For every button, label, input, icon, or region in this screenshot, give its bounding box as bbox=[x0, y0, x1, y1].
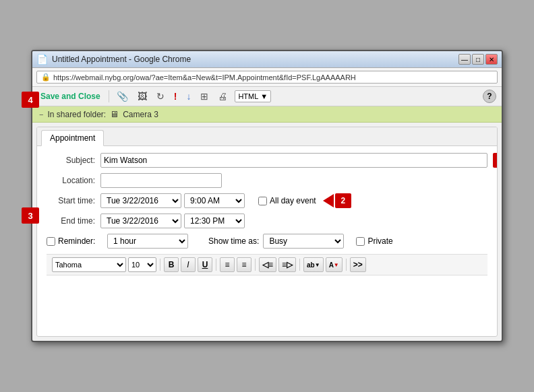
end-time-select[interactable]: 12:30 PM bbox=[184, 214, 245, 228]
subject-label: Subject: bbox=[47, 156, 100, 165]
fmt-sep-5 bbox=[346, 259, 347, 271]
chevron-down-icon: ▼ bbox=[260, 92, 268, 100]
chevron-down-icon: ▼ bbox=[315, 262, 320, 268]
end-date-select[interactable]: Tue 3/22/2016 bbox=[100, 214, 181, 228]
image-button[interactable]: 🖼 bbox=[136, 90, 149, 102]
location-label: Location: bbox=[47, 176, 100, 185]
reminder-checkbox[interactable] bbox=[47, 237, 55, 246]
print-button[interactable]: 🖨 bbox=[216, 90, 229, 102]
start-time-label: Start time: bbox=[47, 196, 100, 205]
reminder-select[interactable]: 1 hour bbox=[107, 234, 188, 249]
all-day-label[interactable]: All day event bbox=[258, 196, 316, 205]
importance-high-button[interactable]: ! bbox=[172, 90, 179, 102]
all-day-checkbox[interactable] bbox=[258, 197, 267, 205]
reminder-check-label[interactable]: Reminder: bbox=[47, 236, 107, 246]
url-text: https://webmail.nybg.org/owa/?ae=Item&a=… bbox=[53, 73, 356, 81]
start-time-row: Start time: Tue 3/22/2016 9:00 AM All da… bbox=[47, 193, 487, 208]
shared-folder-label: In shared folder: bbox=[47, 110, 106, 119]
attachment-button[interactable]: 📎 bbox=[115, 90, 130, 102]
subject-row: Subject: 1 bbox=[47, 153, 487, 168]
help-button[interactable]: ? bbox=[483, 90, 496, 103]
lock-icon: 🔒 bbox=[41, 73, 51, 81]
browser-window: 📄 Untitled Appointment - Google Chrome —… bbox=[31, 50, 503, 342]
show-time-label: Show time as: bbox=[208, 236, 259, 246]
refresh-button[interactable]: ↻ bbox=[154, 90, 167, 102]
annotation-4: 4 bbox=[22, 92, 39, 108]
toolbar-separator-1 bbox=[109, 90, 109, 102]
reminder-label: Reminder: bbox=[58, 236, 95, 246]
underline-button[interactable]: U bbox=[198, 257, 212, 272]
message-body[interactable] bbox=[47, 275, 487, 329]
importance-low-button[interactable]: ↓ bbox=[184, 90, 193, 102]
window-controls: — □ ✕ bbox=[458, 54, 498, 65]
window-icon: 📄 bbox=[36, 54, 48, 65]
folder-collapse-button[interactable]: − bbox=[39, 110, 43, 119]
content-area: Appointment Subject: 1 bbox=[36, 127, 498, 337]
chevron-down-icon: ▼ bbox=[334, 262, 339, 268]
start-date-select[interactable]: Tue 3/22/2016 bbox=[100, 193, 181, 208]
font-size-select[interactable]: 10 bbox=[128, 257, 156, 272]
save-close-button[interactable]: Save and Close bbox=[38, 90, 103, 102]
title-bar: 📄 Untitled Appointment - Google Chrome —… bbox=[32, 51, 502, 68]
annotation-1-badge: 1 bbox=[493, 153, 498, 168]
show-time-select[interactable]: Busy bbox=[263, 234, 344, 249]
format-toolbar: Tahoma 10 B I U ≡ bbox=[47, 254, 487, 275]
annotation-2-arrow bbox=[323, 194, 334, 207]
tab-bar: Appointment bbox=[37, 127, 497, 146]
annotation-3: 3 bbox=[22, 207, 39, 224]
more-options-button[interactable]: >> bbox=[350, 257, 366, 272]
address-bar: 🔒 https://webmail.nybg.org/owa/?ae=Item&… bbox=[32, 68, 502, 87]
fmt-sep-3 bbox=[255, 259, 256, 271]
annotation-2-badge: 2 bbox=[335, 193, 351, 208]
location-input[interactable] bbox=[100, 173, 222, 188]
indent-more-button[interactable]: ≡▷ bbox=[278, 257, 296, 272]
font-color-button[interactable]: A ▼ bbox=[326, 257, 343, 272]
bullets-button[interactable]: ≡ bbox=[220, 257, 235, 272]
bold-button[interactable]: B bbox=[164, 257, 179, 272]
private-check-label[interactable]: Private bbox=[356, 236, 392, 246]
maximize-button[interactable]: □ bbox=[472, 54, 484, 65]
app-toolbar: Save and Close 📎 🖼 ↻ ! ↓ ⊞ 🖨 HTML ▼ ? bbox=[32, 87, 502, 106]
close-button[interactable]: ✕ bbox=[485, 54, 498, 65]
end-time-label: End time: bbox=[47, 216, 100, 226]
url-field[interactable]: 🔒 https://webmail.nybg.org/owa/?ae=Item&… bbox=[36, 71, 498, 84]
end-time-row: End time: Tue 3/22/2016 12:30 PM bbox=[47, 214, 487, 228]
private-label: Private bbox=[367, 236, 392, 246]
show-time-group: Show time as: Busy Private bbox=[208, 234, 393, 249]
location-row: Location: bbox=[47, 173, 487, 188]
italic-button[interactable]: I bbox=[181, 257, 196, 272]
appointment-form: Subject: 1 Location: bbox=[37, 146, 497, 336]
reminder-row: Reminder: 1 hour Show time as: Busy Priv… bbox=[47, 234, 487, 249]
format-dropdown[interactable]: HTML ▼ bbox=[235, 90, 271, 102]
start-time-select[interactable]: 9:00 AM bbox=[184, 193, 245, 208]
font-select[interactable]: Tahoma bbox=[52, 257, 126, 272]
subject-input[interactable] bbox=[100, 153, 487, 168]
indent-less-button[interactable]: ◁≡ bbox=[259, 257, 276, 272]
fmt-sep-4 bbox=[299, 259, 300, 271]
minimize-button[interactable]: — bbox=[458, 54, 471, 65]
window-title: Untitled Appointment - Google Chrome bbox=[52, 55, 191, 64]
numbering-button[interactable]: ≡ bbox=[237, 257, 251, 272]
folder-icon: 🖥 bbox=[110, 109, 119, 119]
tab-appointment[interactable]: Appointment bbox=[41, 130, 104, 146]
fmt-sep-2 bbox=[216, 259, 216, 271]
shared-folder-bar: − In shared folder: 🖥 Camera 3 bbox=[32, 106, 502, 123]
folder-name: Camera 3 bbox=[123, 110, 158, 119]
highlight-button[interactable]: ab ▼ bbox=[303, 257, 324, 272]
apps-button[interactable]: ⊞ bbox=[198, 90, 210, 102]
private-checkbox[interactable] bbox=[356, 237, 365, 246]
fmt-sep-1 bbox=[160, 259, 160, 271]
